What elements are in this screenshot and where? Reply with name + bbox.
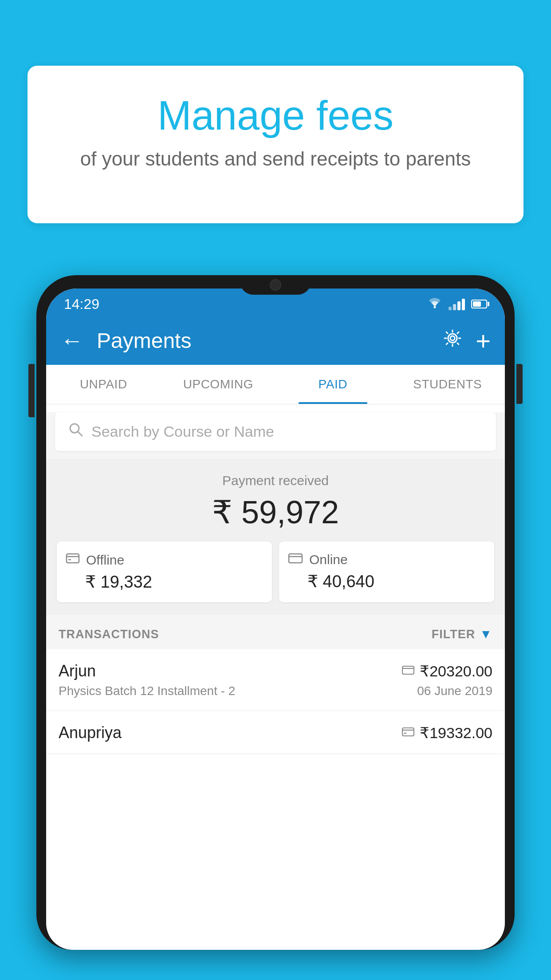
app-bar: ← Payments + [46, 316, 505, 365]
back-button[interactable]: ← [60, 327, 83, 354]
offline-card-header: Offline [66, 552, 263, 568]
filter-label: FILTER [432, 628, 475, 641]
transaction-amount-anupriya: ₹19332.00 [420, 724, 492, 742]
add-button[interactable]: + [476, 326, 491, 356]
svg-rect-5 [67, 554, 79, 563]
background: Manage fees of your students and send re… [0, 0, 551, 980]
phone-camera [270, 279, 281, 291]
svg-point-1 [450, 336, 455, 340]
transaction-amount-wrap-anupriya: ₹19332.00 [402, 724, 492, 742]
transaction-amount-wrap-arjun: ₹20320.00 [402, 662, 492, 680]
svg-line-4 [78, 431, 82, 436]
transaction-item-arjun[interactable]: Arjun ₹20320.00 [46, 649, 505, 711]
transaction-offline-icon [402, 726, 414, 740]
tab-upcoming[interactable]: UPCOMING [161, 365, 276, 404]
wifi-icon [427, 297, 442, 311]
battery-icon [471, 300, 487, 308]
offline-icon [66, 552, 80, 568]
svg-rect-10 [402, 666, 414, 674]
tab-students[interactable]: STUDENTS [390, 365, 505, 404]
search-icon [68, 422, 83, 441]
online-icon [288, 552, 303, 567]
transaction-row-2: Anupriya ₹19332.00 [59, 723, 492, 742]
transaction-online-icon [402, 664, 414, 678]
status-time: 14:29 [64, 296, 99, 312]
online-card: Online ₹ 40,640 [279, 541, 494, 602]
transaction-detail-arjun: Physics Batch 12 Installment - 2 06 June… [59, 684, 492, 698]
speech-bubble: Manage fees of your students and send re… [28, 66, 523, 223]
online-amount: ₹ 40,640 [307, 572, 485, 591]
transactions-label: TRANSACTIONS [59, 628, 159, 641]
phone-notch [240, 275, 311, 295]
phone-outer: 14:29 [36, 275, 515, 950]
app-bar-title: Payments [97, 328, 434, 353]
transaction-name-anupriya: Anupriya [59, 723, 122, 742]
phone-container: 14:29 [36, 275, 515, 980]
svg-rect-12 [402, 728, 414, 736]
tab-paid[interactable]: PAID [276, 365, 390, 404]
tabs-container: UNPAID UPCOMING PAID STUDENTS [46, 365, 505, 404]
payment-received-label: Payment received [55, 473, 496, 488]
offline-label: Offline [86, 553, 124, 568]
speech-bubble-container: Manage fees of your students and send re… [28, 66, 523, 223]
hero-title: Manage fees [63, 92, 488, 139]
settings-icon[interactable] [443, 328, 462, 352]
search-bar[interactable]: Search by Course or Name [55, 412, 496, 451]
payment-cards: Offline ₹ 19,332 [57, 541, 494, 602]
transaction-item-anupriya[interactable]: Anupriya ₹19332.00 [46, 711, 505, 754]
transactions-header: TRANSACTIONS FILTER ▼ [46, 615, 505, 649]
svg-point-0 [434, 306, 436, 308]
filter-icon: ▼ [480, 627, 492, 641]
transaction-course-arjun: Physics Batch 12 Installment - 2 [59, 684, 235, 698]
transaction-name-arjun: Arjun [59, 662, 96, 680]
content-area: Search by Course or Name Payment receive… [46, 412, 505, 754]
online-card-header: Online [288, 552, 485, 567]
hero-subtitle: of your students and send receipts to pa… [63, 148, 488, 170]
svg-point-2 [448, 334, 457, 343]
status-icons [427, 297, 487, 311]
offline-amount: ₹ 19,332 [85, 572, 263, 592]
signal-icon [449, 298, 465, 310]
filter-button[interactable]: FILTER ▼ [432, 627, 492, 641]
svg-rect-8 [289, 554, 302, 563]
transaction-date-arjun: 06 June 2019 [417, 684, 492, 698]
transaction-row-1: Arjun ₹20320.00 [59, 662, 492, 680]
payment-summary: Payment received ₹ 59,972 [46, 459, 505, 615]
payment-total: ₹ 59,972 [55, 494, 496, 531]
app-bar-icons: + [443, 326, 491, 356]
phone-screen: 14:29 [46, 288, 505, 950]
offline-card: Offline ₹ 19,332 [57, 541, 272, 602]
transaction-amount-arjun: ₹20320.00 [420, 662, 492, 680]
search-placeholder: Search by Course or Name [91, 423, 274, 440]
online-label: Online [309, 552, 348, 567]
tab-unpaid[interactable]: UNPAID [46, 365, 161, 404]
